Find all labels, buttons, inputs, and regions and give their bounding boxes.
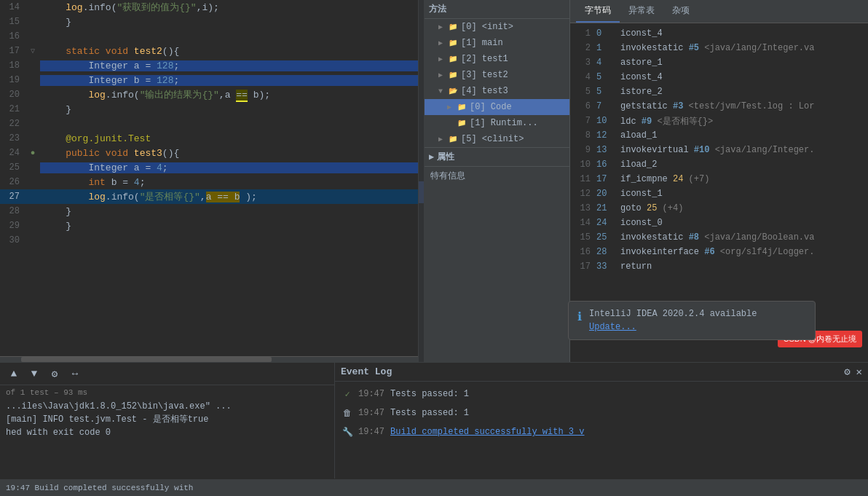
- chevron-right-icon: ▶: [436, 39, 445, 47]
- line-content: }: [40, 221, 418, 232]
- run-down-button[interactable]: ▼: [26, 366, 42, 382]
- tree-item-test3[interactable]: ▼ 📂 [4] test3: [425, 83, 569, 99]
- event-log-title: Event Log: [341, 366, 392, 377]
- bc-instr: goto 25 (+4): [620, 203, 683, 213]
- tree-item-test2[interactable]: ▶ 📁 [3] test2: [425, 67, 569, 83]
- run-panel: ▲ ▼ ⚙ ↔ of 1 test – 93 ms ...iles\Java\j…: [0, 363, 335, 479]
- folder-icon: 📁: [447, 53, 459, 65]
- line-number: 24: [0, 148, 25, 158]
- bc-instr: return: [620, 261, 652, 272]
- notification-update-link[interactable]: Update...: [589, 322, 636, 332]
- bc-offset: 20: [596, 189, 615, 199]
- bc-line: 11 17 if_icmpne 24 (+7): [570, 172, 868, 186]
- line-content: log.info("是否相等{}",a == b );: [40, 190, 418, 203]
- folder-icon: 📁: [447, 37, 459, 49]
- bc-offset: 28: [596, 247, 615, 257]
- bc-instr: iconst_0: [620, 218, 663, 228]
- event-build-link[interactable]: Build completed successfully with 3 v: [390, 427, 584, 437]
- bc-offset: 7: [596, 101, 615, 111]
- editor-scrollbar[interactable]: [0, 356, 418, 362]
- run-extra-button[interactable]: ↔: [67, 366, 83, 382]
- bc-instr: invokeinterface #6 <org/slf4j/Logger.: [620, 247, 814, 257]
- bc-instr: if_icmpne 24 (+7): [620, 174, 709, 184]
- chevron-right-icon: ▶: [436, 135, 445, 143]
- event-log-header: Event Log ⚙ ✕: [335, 363, 868, 382]
- bc-linenum: 8: [576, 130, 591, 141]
- bc-linenum: 3: [576, 58, 591, 68]
- event-text: Tests passed: 1: [390, 408, 469, 418]
- tab-misc[interactable]: 杂项: [663, 0, 698, 23]
- info-icon: ℹ: [577, 310, 582, 324]
- tree-item-label: [5] <clinit>: [461, 134, 524, 144]
- tree-item-test1[interactable]: ▶ 📁 [2] test1: [425, 51, 569, 67]
- tree-special-info: 特有信息: [425, 166, 569, 185]
- run-output: of 1 test – 93 ms ...iles\Java\jdk1.8.0_…: [0, 385, 334, 479]
- line-content: log.info("输出的结果为{}",a == b);: [40, 88, 418, 101]
- line-number: 26: [0, 177, 25, 187]
- run-up-button[interactable]: ▲: [6, 366, 22, 382]
- bc-linenum: 17: [576, 261, 591, 272]
- bc-offset: 24: [596, 218, 615, 228]
- bc-offset: 10: [596, 116, 615, 126]
- tree-section-fields: ▶ 属性: [425, 147, 569, 166]
- tab-exceptions[interactable]: 异常表: [620, 0, 663, 23]
- event-log-entry: ✓ 19:47 Tests passed: 1: [335, 385, 868, 404]
- tree-item-clinit[interactable]: ▶ 📁 [5] <clinit>: [425, 131, 569, 147]
- folder-icon: 📁: [447, 133, 459, 145]
- code-line: 19 Integer b = 128;: [0, 73, 418, 87]
- bc-line: 17 33 return: [570, 259, 868, 274]
- bc-line: 13 21 goto 25 (+4): [570, 201, 868, 216]
- event-log-entry: 🔧 19:47 Build completed successfully wit…: [335, 422, 868, 441]
- bc-line: 3 4 astore_1: [570, 55, 868, 70]
- chevron-right-icon: ▶: [436, 71, 445, 79]
- line-content: log.info("获取到的值为{}",i);: [40, 1, 418, 14]
- bc-line: 8 12 aload_1: [570, 128, 868, 143]
- chevron-right-icon: ▶: [429, 151, 434, 162]
- folder-icon: 📁: [456, 117, 467, 129]
- tree-fields-label: 属性: [437, 151, 454, 163]
- code-line: 26 int b = 4;: [0, 175, 418, 189]
- code-line: 25 Integer a = 4;: [0, 160, 418, 175]
- bc-linenum: 9: [576, 145, 591, 155]
- folder-icon: 📁: [447, 69, 459, 81]
- notification-popup: ℹ IntelliJ IDEA 2020.2.4 available Updat…: [568, 301, 816, 340]
- run-action-button[interactable]: ⚙: [47, 366, 63, 382]
- tree-item-init[interactable]: ▶ 📁 [0] <init>: [425, 19, 569, 35]
- bc-instr: aload_1: [620, 130, 657, 141]
- bc-linenum: 16: [576, 247, 591, 257]
- editor-panel: 14 log.info("获取到的值为{}",i); 15 } 16: [0, 0, 419, 362]
- status-bar: 19:47 Build completed successfully with: [0, 479, 868, 496]
- check-icon: ✓: [341, 387, 354, 401]
- code-line: 22: [0, 117, 418, 131]
- bottom-area: ▲ ▼ ⚙ ↔ of 1 test – 93 ms ...iles\Java\j…: [0, 362, 868, 479]
- line-content: @org.junit.Test: [40, 133, 418, 144]
- bc-instr: invokestatic #8 <java/lang/Boolean.va: [620, 232, 814, 243]
- line-number: 22: [0, 119, 25, 129]
- bc-offset: 1: [596, 43, 615, 53]
- tree-item-main[interactable]: ▶ 📁 [1] main: [425, 35, 569, 51]
- tab-bytecode[interactable]: 字节码: [576, 0, 620, 23]
- bc-linenum: 6: [576, 101, 591, 111]
- line-content: }: [40, 17, 418, 28]
- line-number: 29: [0, 221, 25, 231]
- bc-instr: astore_1: [620, 58, 663, 68]
- event-log-entry: 🗑 19:47 Tests passed: 1: [335, 404, 868, 422]
- settings-icon[interactable]: ⚙: [844, 366, 850, 378]
- bc-line: 15 25 invokestatic #8 <java/lang/Boolean…: [570, 230, 868, 245]
- bc-line: 7 10 ldc #9 <是否相等{}>: [570, 114, 868, 128]
- line-content: int b = 4;: [40, 177, 418, 188]
- bc-offset: 16: [596, 160, 615, 170]
- tree-item-code[interactable]: ▶ 📁 [0] Code: [425, 99, 569, 115]
- notification-title: IntelliJ IDEA 2020.2.4 available: [589, 309, 806, 319]
- run-toolbar: ▲ ▼ ⚙ ↔: [0, 363, 334, 385]
- line-number: 23: [0, 133, 25, 143]
- code-line: 18 Integer a = 128;: [0, 58, 418, 73]
- event-text: Tests passed: 1: [390, 389, 469, 399]
- close-icon[interactable]: ✕: [856, 366, 862, 378]
- wrench-icon: 🔧: [341, 425, 354, 438]
- bc-linenum: 1: [576, 28, 591, 39]
- line-content: }: [40, 206, 418, 217]
- line-gutter: ▽: [25, 47, 40, 55]
- tree-item-runtime[interactable]: 📁 [1] Runtim...: [425, 115, 569, 131]
- bc-instr: getstatic #3 <test/jvm/Test.log : Lor: [620, 101, 814, 111]
